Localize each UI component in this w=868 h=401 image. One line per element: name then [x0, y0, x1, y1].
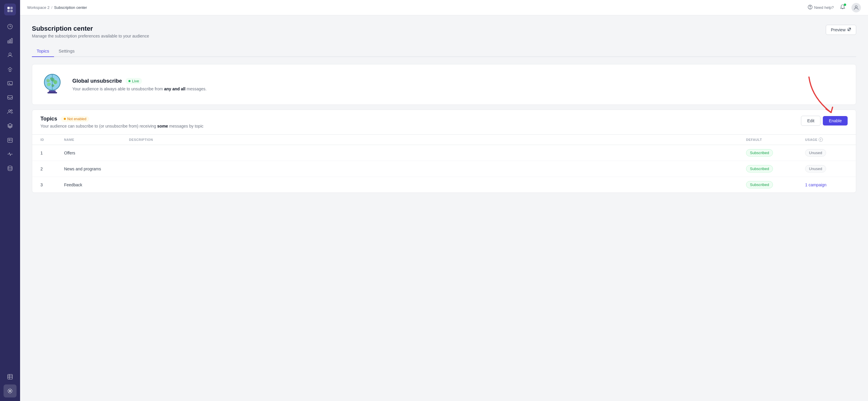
row3-default: Subscribed — [738, 177, 797, 193]
row1-description — [121, 145, 738, 161]
topbar-right: Need help? — [808, 3, 861, 12]
sidebar-item-objects[interactable] — [4, 119, 17, 132]
breadcrumb-workspace[interactable]: Workspace 2 — [27, 5, 50, 10]
topics-description: Your audience can subscribe to (or unsub… — [40, 124, 204, 128]
row2-name: News and programs — [56, 161, 121, 177]
svg-point-13 — [11, 110, 12, 111]
tab-topics[interactable]: Topics — [32, 45, 54, 57]
sidebar — [0, 0, 20, 401]
subscribed-badge: Subscribed — [746, 149, 773, 156]
svg-rect-22 — [49, 90, 56, 92]
live-badge-text: Live — [132, 79, 139, 83]
campaign-link[interactable]: 1 campaign — [805, 183, 826, 187]
global-title-text: Global unsubscribe — [72, 78, 122, 84]
unused-badge: Unused — [805, 165, 826, 173]
col-header-description: DESCRIPTION — [121, 135, 738, 145]
external-link-icon — [847, 27, 851, 32]
topics-desc-end: messages by topic — [168, 124, 204, 128]
globe-illustration — [42, 73, 65, 96]
svg-rect-7 — [11, 38, 12, 43]
live-badge: Live — [125, 78, 142, 84]
live-dot — [128, 80, 130, 82]
sidebar-logo[interactable] — [4, 4, 16, 16]
edit-button[interactable]: Edit — [801, 116, 820, 126]
main-content: Workspace 2 / Subscription center Need h… — [20, 0, 868, 401]
svg-rect-0 — [7, 7, 10, 9]
row2-id: 2 — [32, 161, 56, 177]
tab-settings[interactable]: Settings — [54, 45, 80, 57]
row1-usage: Unused — [797, 145, 856, 161]
not-enabled-badge: Not enabled — [61, 116, 89, 122]
global-description: Your audience is always able to unsubscr… — [72, 87, 846, 91]
svg-point-16 — [8, 166, 12, 168]
sidebar-item-pulse[interactable] — [4, 148, 17, 161]
col-header-id: ID — [32, 135, 56, 145]
help-link[interactable]: Need help? — [808, 5, 834, 11]
topics-desc-bold: some — [157, 124, 168, 128]
notification-dot — [844, 4, 846, 6]
svg-rect-6 — [9, 39, 11, 43]
unused-badge: Unused — [805, 149, 826, 156]
usage-header-cell: USAGE i — [805, 137, 848, 142]
global-desc-end: messages. — [185, 87, 207, 91]
content-area: Subscription center Manage the subscript… — [20, 16, 868, 401]
preview-button[interactable]: Preview — [826, 25, 856, 35]
svg-point-12 — [8, 110, 10, 112]
svg-point-18 — [9, 390, 11, 392]
svg-rect-2 — [7, 10, 10, 12]
col-header-default: DEFAULT — [738, 135, 797, 145]
preview-button-label: Preview — [831, 27, 845, 32]
usage-info-icon[interactable]: i — [819, 137, 823, 142]
col-header-name: NAME — [56, 135, 121, 145]
enable-button[interactable]: Enable — [823, 116, 848, 125]
topics-card: Topics Not enabled Your audience can sub… — [32, 110, 856, 193]
sidebar-item-dashboard[interactable] — [4, 20, 17, 33]
table-body: 1 Offers Subscribed Unused — [32, 145, 856, 193]
svg-point-8 — [9, 53, 11, 55]
sidebar-item-contacts[interactable] — [4, 49, 17, 61]
row2-default: Subscribed — [738, 161, 797, 177]
topics-header: Topics Not enabled Your audience can sub… — [32, 110, 856, 134]
row3-usage: 1 campaign — [797, 177, 856, 193]
global-unsubscribe-card: Global unsubscribe Live Your audience is… — [32, 64, 856, 105]
row1-default: Subscribed — [738, 145, 797, 161]
subscribed-badge: Subscribed — [746, 165, 773, 173]
svg-rect-5 — [8, 41, 9, 43]
topics-title-row: Topics Not enabled — [40, 116, 204, 122]
row3-description — [121, 177, 738, 193]
topics-title: Topics — [40, 116, 57, 122]
sidebar-item-analytics[interactable] — [4, 34, 17, 47]
sidebar-item-database[interactable] — [4, 162, 17, 175]
user-avatar[interactable] — [851, 3, 861, 12]
sidebar-item-table[interactable] — [4, 370, 17, 383]
svg-point-15 — [9, 140, 10, 141]
topbar: Workspace 2 / Subscription center Need h… — [20, 0, 868, 16]
row3-id: 3 — [32, 177, 56, 193]
breadcrumb: Workspace 2 / Subscription center — [27, 5, 87, 10]
svg-rect-23 — [48, 92, 57, 94]
sidebar-item-settings[interactable] — [4, 384, 17, 397]
tabs: Topics Settings — [32, 45, 856, 57]
global-title-row: Global unsubscribe Live — [72, 78, 846, 84]
svg-rect-1 — [10, 7, 13, 9]
topics-card-wrapper: Topics Not enabled Your audience can sub… — [32, 110, 856, 193]
row2-description — [121, 161, 738, 177]
row2-usage: Unused — [797, 161, 856, 177]
global-desc-start: Your audience is always able to unsubscr… — [72, 87, 164, 91]
topics-table: ID NAME DESCRIPTION DEFAULT — [32, 134, 856, 192]
topics-header-left: Topics Not enabled Your audience can sub… — [40, 116, 204, 128]
page-header: Subscription center Manage the subscript… — [32, 25, 856, 38]
svg-point-21 — [855, 6, 857, 8]
row1-id: 1 — [32, 145, 56, 161]
topics-actions: Edit Enable — [801, 116, 848, 126]
svg-rect-9 — [9, 69, 11, 71]
sidebar-item-inbox[interactable] — [4, 91, 17, 104]
not-enabled-text: Not enabled — [67, 117, 87, 121]
sidebar-item-people[interactable] — [4, 105, 17, 118]
global-desc-bold: any and all — [164, 87, 185, 91]
sidebar-item-identity[interactable] — [4, 133, 17, 147]
table-row: 3 Feedback Subscribed 1 campaign — [32, 177, 856, 193]
sidebar-item-terminal[interactable] — [4, 77, 17, 90]
notification-icon[interactable] — [840, 4, 845, 11]
sidebar-item-campaigns[interactable] — [4, 63, 17, 75]
